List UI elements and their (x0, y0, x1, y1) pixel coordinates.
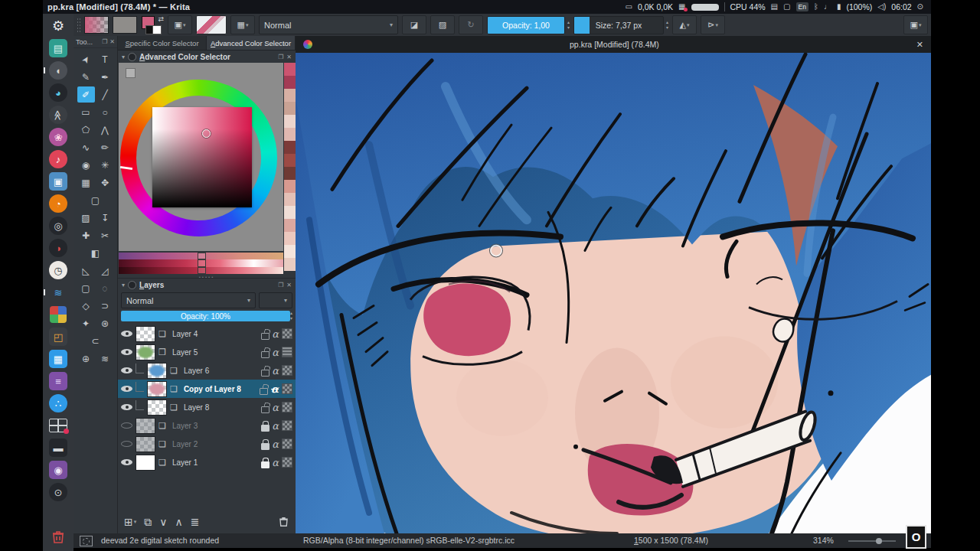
dock-dots[interactable]: ∴ (49, 394, 67, 412)
history-color-swatch[interactable] (284, 232, 296, 245)
tool-fill[interactable]: ◧ (87, 245, 104, 261)
tool-polygon[interactable]: ⬠ (77, 122, 95, 138)
layer-row[interactable]: ❏Layer 2α (118, 435, 296, 453)
strip-handle[interactable] (198, 267, 206, 274)
lock-closed-icon[interactable] (260, 421, 269, 431)
dock-blender[interactable]: ◔ (49, 194, 67, 213)
layer-properties-button[interactable]: ≣ (191, 516, 200, 528)
alpha-lock-icon[interactable]: α (272, 421, 279, 431)
visibility-on-icon[interactable] (121, 365, 132, 376)
dock-flamingo[interactable]: ❀ (49, 128, 67, 146)
strip-handle[interactable] (198, 259, 206, 266)
dock-drawer[interactable]: ▬ (49, 439, 67, 457)
history-color-swatch[interactable] (284, 206, 296, 219)
brush-preset-button[interactable] (196, 15, 227, 34)
tool-color-sampler[interactable]: ↧ (96, 210, 114, 226)
history-color-swatch[interactable] (284, 245, 296, 258)
alpha-lock-icon[interactable]: α (271, 384, 279, 394)
brush-tip-button[interactable]: ▣ ▾ (168, 15, 192, 34)
history-color-swatch[interactable] (284, 63, 296, 76)
tool-rect-select[interactable]: ▢ (77, 280, 95, 296)
inherit-alpha-icon[interactable] (282, 402, 292, 412)
collapse-icon[interactable]: ▾ (122, 54, 125, 60)
history-color-swatch[interactable] (284, 180, 296, 193)
size-spinner[interactable]: ▴ ▾ (666, 20, 668, 30)
tool-transform[interactable]: ▦ (77, 174, 95, 191)
lock-open-icon[interactable] (260, 403, 269, 412)
lock-closed-icon[interactable] (260, 439, 269, 449)
history-color-swatch[interactable] (284, 154, 296, 167)
opacity-slider[interactable]: Opacity: 1,00 (487, 16, 565, 34)
dock-search[interactable]: ⊙ (49, 483, 67, 501)
dock-files[interactable]: ▤ (49, 39, 67, 57)
delete-layer-button[interactable] (278, 516, 289, 528)
close-docker-icon[interactable]: ✕ (286, 282, 292, 289)
tool-text[interactable]: T (96, 51, 114, 67)
layer-opacity-slider[interactable]: Opacity: 100% (121, 311, 290, 321)
visibility-off-icon[interactable] (121, 420, 132, 431)
layer-blend-mode-select[interactable]: Normal ▾ (121, 292, 256, 308)
inherit-alpha-icon[interactable] (282, 457, 292, 468)
reload-preset-button[interactable]: ↻ (459, 15, 483, 34)
visibility-on-icon[interactable] (121, 347, 132, 357)
close-icon[interactable]: ✕ (916, 40, 923, 50)
workspace-chooser-button[interactable]: ▣ ▾ (903, 15, 928, 34)
shade-strip[interactable] (119, 253, 283, 259)
tool-rectangle[interactable]: ▭ (77, 104, 95, 120)
opacity-spinner[interactable]: ▴ ▾ (567, 20, 570, 30)
saturation-value-square[interactable] (152, 107, 252, 207)
layer-row[interactable]: ❏Layer 3α (118, 416, 296, 435)
docker-resize-handle[interactable]: ••••• (118, 275, 296, 279)
dock-colorgrid[interactable] (49, 305, 67, 324)
float-docker-icon[interactable]: ❐ (102, 38, 107, 45)
visibility-on-icon[interactable] (121, 328, 132, 339)
alpha-lock-icon[interactable]: α (272, 347, 279, 357)
dock-gimp[interactable]: ◖ (49, 61, 67, 80)
tool-bezier-select[interactable]: ⊛ (96, 315, 114, 331)
dock-krita-app[interactable]: ◕ (49, 83, 67, 102)
default-white-chip[interactable] (152, 25, 162, 34)
float-docker-icon[interactable]: ❐ (278, 282, 283, 289)
tool-freehand-brush[interactable]: ✐ (77, 86, 95, 103)
history-color-swatch[interactable] (284, 193, 296, 206)
history-color-swatch[interactable] (284, 219, 296, 232)
alpha-lock-icon[interactable]: α (272, 458, 279, 468)
visibility-off-icon[interactable] (121, 439, 132, 449)
lock-open-icon[interactable] (260, 347, 269, 357)
shade-strip[interactable] (119, 267, 283, 274)
toolbar-drag-handle[interactable] (77, 18, 80, 33)
history-color-swatch[interactable] (284, 102, 296, 115)
brush-size-slider[interactable]: Size: 7,37 px (573, 16, 664, 34)
history-color-swatch[interactable] (284, 76, 296, 89)
tool-freehand-path[interactable]: ✏ (96, 139, 114, 155)
display-icon[interactable]: ▢ (783, 3, 790, 11)
add-layer-button[interactable]: ⊞▾ (124, 516, 136, 528)
dock-clock[interactable]: ◷ (49, 261, 67, 279)
tool-smart-patch[interactable]: ✚ (77, 227, 95, 243)
lock-open-icon[interactable] (260, 384, 268, 394)
keyboard-layout-badge[interactable]: En (796, 2, 808, 11)
float-docker-icon[interactable]: ❐ (278, 54, 283, 60)
bell-icon[interactable]: ♩ (824, 3, 831, 11)
inherit-alpha-icon[interactable] (282, 439, 292, 449)
lock-open-icon[interactable] (260, 329, 269, 339)
tool-measure[interactable]: ◿ (96, 262, 114, 279)
tool-zoom[interactable]: ⊕ (77, 350, 95, 367)
swap-colors-icon[interactable]: ⇄ (158, 15, 164, 23)
pattern-swatch-button[interactable] (113, 16, 137, 34)
history-color-swatch[interactable] (284, 141, 296, 154)
layer-row[interactable]: ❒Layer 5α (118, 343, 296, 361)
dock-record[interactable]: ◉ (49, 461, 67, 479)
tool-move[interactable]: ✥ (96, 174, 114, 191)
tool-calligraphy[interactable]: ✒ (96, 69, 114, 85)
battery-icon[interactable]: ▮ (837, 3, 841, 11)
layer-row[interactable]: ❏Layer 4α (118, 324, 296, 343)
blend-mode-select[interactable]: Normal ▾ (259, 15, 398, 34)
shade-strip[interactable] (119, 259, 283, 266)
tool-select-shapes[interactable]: ➤ (77, 51, 95, 67)
tool-dynamic-brush[interactable]: ◉ (77, 157, 95, 173)
dock-trash[interactable] (49, 528, 67, 546)
close-docker-icon[interactable]: ✕ (109, 38, 115, 45)
canvas-artwork[interactable] (296, 53, 931, 533)
alpha-lock-icon[interactable]: α (272, 403, 279, 412)
